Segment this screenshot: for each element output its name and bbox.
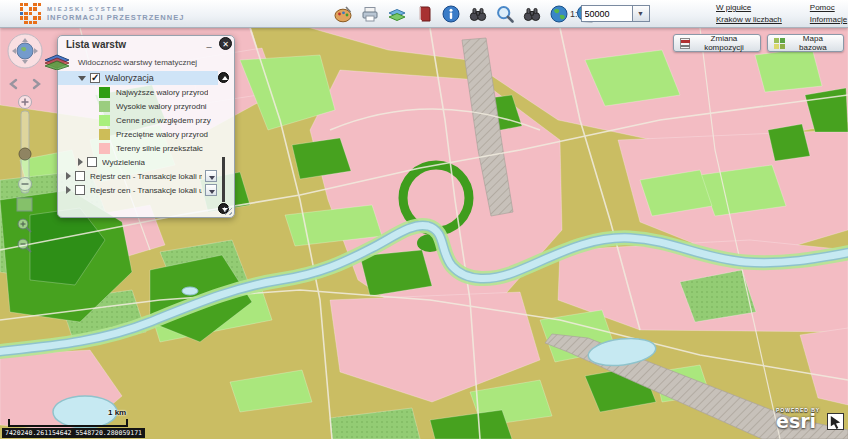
layer-label: Rejestr cen - Transakcje lokali miesz	[90, 172, 202, 181]
change-composition-label: Zmiana kompozycji	[694, 34, 754, 52]
app-title: MIEJSKI SYSTEM INFORMACJI PRZESTRZENNEJ	[47, 6, 184, 22]
extent-history-arrows[interactable]	[11, 80, 39, 88]
cursor-arrow-icon	[828, 414, 843, 429]
binoculars-2-icon	[522, 4, 542, 24]
info-button[interactable]	[440, 3, 462, 25]
basemap-grid-icon	[774, 38, 785, 49]
legend-swatch	[99, 115, 110, 126]
layer-checkbox-waloryzacja[interactable]	[90, 73, 100, 83]
panel-scrollbar	[218, 72, 229, 214]
layer-row-wydzielenia[interactable]: Wydzielenia	[58, 155, 234, 169]
layer-row-rejestr-uzytkowe[interactable]: Rejestr cen - Transakcje lokali użytk	[58, 183, 234, 197]
esri-branding: POWERED BY esri	[776, 407, 820, 430]
legend-label: Najwyższe walory przyrod	[116, 88, 208, 97]
panel-subtitle: Widoczność warstwy tematycznej	[78, 58, 197, 67]
top-bar: MIEJSKI SYSTEM INFORMACJI PRZESTRZENNEJ	[0, 0, 848, 28]
app-logo: MIEJSKI SYSTEM INFORMACJI PRZESTRZENNEJ	[20, 3, 184, 24]
layer-filter-dropdown[interactable]	[205, 170, 217, 182]
layers-panel: Lista warstw _ ✕ Widoczność warstwy tema…	[57, 35, 235, 218]
layer-label: Waloryzacja	[105, 73, 154, 83]
thematic-layers-icon	[44, 52, 70, 72]
legend-item: Wysokie walory przyrodni	[58, 99, 234, 113]
scale-label: 1:	[570, 9, 578, 19]
layer-label: Rejestr cen - Transakcje lokali użytk	[90, 186, 202, 195]
layers-panel-header[interactable]: Lista warstw _ ✕	[58, 36, 234, 52]
link-informacje[interactable]: Informacje	[810, 15, 847, 24]
search-icon	[495, 4, 515, 24]
layers-panel-title: Lista warstw	[66, 39, 126, 50]
mouse-coordinates: 7420240.261154642 5548720.280059171	[2, 428, 145, 438]
book-icon	[414, 4, 434, 24]
palette-icon	[333, 4, 353, 24]
scrollbar-thumb[interactable]	[222, 157, 225, 202]
panel-minimize-button[interactable]: _	[204, 38, 214, 48]
legend-book-button[interactable]	[413, 3, 435, 25]
map-scalebar	[8, 419, 128, 427]
base-map-label: Mapa bazowa	[789, 34, 837, 52]
magnify-in-tool[interactable]	[18, 219, 31, 232]
layer-label: Wydzielenia	[102, 158, 145, 167]
header-links: W pigułce Kraków w liczbach Pomoc Inform…	[716, 3, 847, 24]
link-krakow-w-liczbach[interactable]: Kraków w liczbach	[716, 15, 782, 24]
full-extent-button[interactable]	[548, 3, 570, 25]
legend-label: Cenne pod względem przy	[116, 116, 211, 125]
scale-dropdown-button[interactable]: ▼	[633, 5, 650, 22]
pointer-tool-button[interactable]	[827, 413, 844, 430]
collapse-arrow-icon[interactable]	[78, 76, 86, 81]
find-binoculars-button[interactable]	[467, 3, 489, 25]
layers-tree: Waloryzacja Najwyższe walory przyrod Wys…	[58, 71, 234, 197]
scalebar-label: 1 km	[108, 408, 126, 417]
print-icon	[360, 4, 380, 24]
legend-swatch	[99, 87, 110, 98]
app-title-line2: INFORMACJI PRZESTRZENNEJ	[47, 14, 184, 22]
expand-arrow-icon[interactable]	[78, 158, 83, 166]
magnify-out-tool[interactable]	[18, 239, 31, 252]
base-map-button[interactable]: Mapa bazowa	[767, 34, 844, 52]
legend-label: Wysokie walory przyrodni	[116, 102, 207, 111]
scale-input[interactable]	[581, 5, 633, 22]
legend-label: Przeciętne walory przyrod	[116, 130, 208, 139]
panel-close-button[interactable]: ✕	[219, 37, 232, 50]
layer-row-waloryzacja[interactable]: Waloryzacja	[58, 71, 218, 85]
search-zoom-button[interactable]	[494, 3, 516, 25]
app-title-line1: MIEJSKI SYSTEM	[47, 6, 184, 12]
legend-swatch	[99, 101, 110, 112]
legend-item: Przeciętne walory przyrod	[58, 127, 234, 141]
globe-icon	[549, 4, 569, 24]
info-icon	[441, 4, 461, 24]
layer-checkbox-rejestr-uzytkowe[interactable]	[75, 185, 85, 195]
change-composition-button[interactable]: Zmiana kompozycji	[673, 34, 761, 52]
esri-logo: esri	[776, 413, 820, 430]
scroll-up-button[interactable]	[218, 72, 229, 83]
logo-grid-icon	[20, 3, 41, 24]
layer-checkbox-rejestr-mieszkalne[interactable]	[75, 171, 85, 181]
print-button[interactable]	[359, 3, 381, 25]
layer-checkbox-wydzielenia[interactable]	[87, 157, 97, 167]
legend-item: Tereny silnie przekształc	[58, 141, 234, 155]
binoculars-icon	[468, 4, 488, 24]
zoom-slider-handle[interactable]	[19, 148, 31, 160]
link-w-pigulce[interactable]: W pigułce	[716, 3, 782, 12]
legend-label: Tereny silnie przekształc	[116, 144, 203, 153]
link-pomoc[interactable]: Pomoc	[810, 3, 847, 12]
search-binoculars-button[interactable]	[521, 3, 543, 25]
layer-row-rejestr-mieszkalne[interactable]: Rejestr cen - Transakcje lokali miesz	[58, 169, 234, 183]
main-toolbar	[332, 3, 597, 25]
legend-swatch	[99, 129, 110, 140]
palette-tool-button[interactable]	[332, 3, 354, 25]
legend-item: Najwyższe walory przyrod	[58, 85, 234, 99]
panel-resize-grip[interactable]	[224, 207, 232, 215]
scale-control: 1: ▼	[570, 5, 650, 22]
app-window: MIEJSKI SYSTEM INFORMACJI PRZESTRZENNEJ	[0, 0, 848, 439]
layer-filter-dropdown[interactable]	[205, 184, 217, 196]
pan-compass[interactable]	[8, 34, 42, 68]
zoom-in-button[interactable]	[19, 96, 32, 109]
zoom-out-button[interactable]	[19, 178, 32, 191]
panel-subtitle-row: Widoczność warstwy tematycznej	[58, 52, 234, 71]
expand-arrow-icon[interactable]	[66, 186, 71, 194]
export-map-button[interactable]	[386, 3, 408, 25]
export-map-icon	[387, 4, 407, 24]
zoom-extent-box-tool[interactable]	[17, 198, 32, 211]
expand-arrow-icon[interactable]	[66, 172, 71, 180]
composition-icon	[680, 38, 690, 49]
